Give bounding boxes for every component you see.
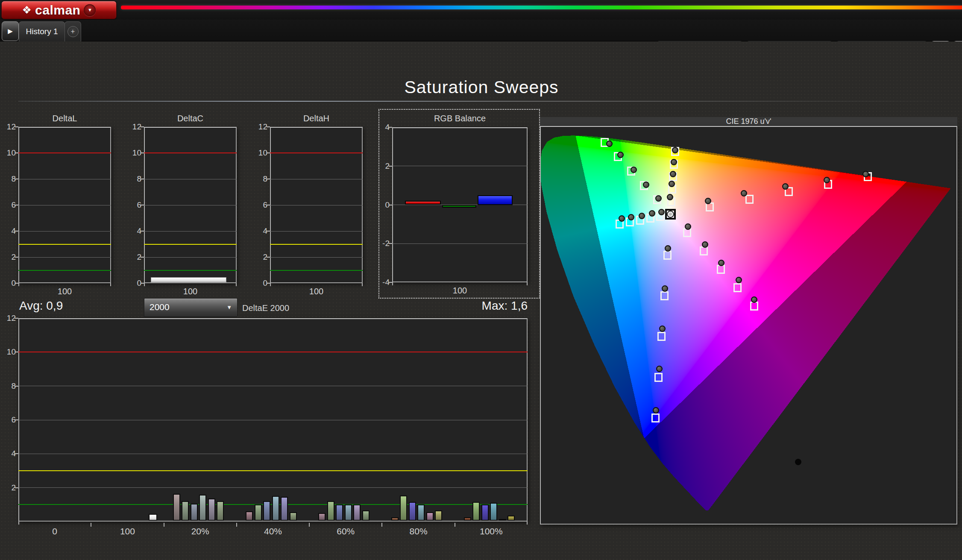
deltae-bar-60%-green (327, 501, 334, 521)
deltae-bar-40%-blue (263, 501, 270, 521)
y-axis-tick (141, 231, 144, 232)
cie-target-magenta-80 (733, 283, 742, 292)
ref-line-yellow (270, 244, 363, 245)
add-tab-button[interactable]: + (65, 21, 81, 41)
deltae-bar-80%-cyan (417, 504, 425, 521)
y-axis-tick (141, 205, 144, 205)
ref-line-green (270, 270, 363, 271)
gridline (18, 257, 111, 258)
y-axis-label: 12 (124, 122, 141, 132)
y-axis-label: 10 (0, 148, 16, 158)
deltae-x-label: 100% (480, 526, 503, 537)
y-axis-label: 6 (0, 200, 16, 210)
deltae-bar-80%-magenta (426, 512, 434, 521)
deltae-bar-20%-magenta (208, 498, 215, 521)
y-axis-label: 4 (372, 123, 390, 132)
cie-target-magenta-40 (700, 246, 708, 255)
gridline (18, 205, 111, 205)
logo-text: calman (35, 3, 80, 18)
deltae-x-label: 20% (191, 526, 209, 537)
plus-icon: + (67, 26, 79, 37)
gridline (270, 179, 363, 179)
y-axis-label: 8 (0, 381, 16, 391)
tab-bar: ▶ History 1 + Simulated Meter Simulated … (0, 20, 962, 41)
cie-target-blue-80 (654, 373, 663, 382)
y-axis-tick (15, 487, 18, 488)
y-axis-label: 4 (250, 226, 267, 236)
deltae-x-tick (381, 523, 382, 527)
ref-line-green (18, 270, 111, 271)
deltae-bar-100%-red (464, 517, 471, 521)
deltae-x-tick (455, 523, 455, 527)
deltae-x-label: 100 (120, 526, 135, 537)
y-axis-tick (141, 179, 144, 179)
deltae-bar-60%-red (318, 513, 326, 521)
gridline (144, 179, 237, 179)
deltae-bar-white (149, 514, 157, 521)
ref-line-yellow (18, 470, 528, 471)
x-axis-tick (270, 283, 271, 286)
x-axis-label: 100 (453, 286, 467, 296)
deltae-bar-20%-green (182, 501, 189, 521)
deltae-bar-20%-cyan (199, 495, 206, 521)
y-axis-tick (141, 283, 144, 284)
y-axis-label: 6 (250, 200, 267, 210)
y-axis-label: 2 (372, 161, 390, 171)
deltae-bar-40%-cyan (272, 496, 279, 521)
y-axis-label: 0 (124, 279, 141, 288)
deltae-bar-20%-red (173, 494, 180, 521)
x-axis-tick (144, 283, 145, 286)
y-axis-label: 6 (0, 415, 16, 425)
y-axis-tick (141, 257, 144, 258)
deltae-bar-40%-red (246, 511, 253, 521)
spectrum-color-strip (121, 6, 962, 9)
deltae-bar-60%-cyan (345, 504, 352, 521)
cie-measured-blue-100 (653, 407, 659, 413)
y-axis-label: 12 (0, 314, 16, 323)
deltae-formula-dropdown[interactable]: 2000 ▼ (144, 298, 238, 317)
y-axis-label: 8 (250, 174, 267, 184)
y-axis-tick (267, 152, 270, 153)
deltac-bar (151, 277, 226, 282)
cie-target-magenta-60 (717, 265, 725, 274)
y-axis-tick (141, 126, 144, 127)
cie-1976-diagram[interactable] (540, 126, 957, 525)
y-axis-label: 2 (250, 252, 267, 262)
y-axis-tick (15, 318, 18, 319)
y-axis-label: 10 (250, 148, 267, 158)
deltae-bar-20%-yellow (217, 501, 224, 521)
cie-target-magenta-100 (750, 302, 758, 311)
gridline (392, 166, 528, 166)
gridline (18, 454, 528, 454)
avg-deltae-value: Avg: 0,9 (19, 299, 63, 313)
deltae-bar-100%-cyan (490, 503, 497, 521)
y-axis-tick (15, 386, 18, 387)
y-axis-tick (389, 243, 392, 244)
deltae-bar-100%-blue (481, 504, 489, 521)
x-axis-tick (527, 522, 528, 525)
cie-measured-blue-80 (656, 366, 663, 372)
y-axis-label: 12 (250, 122, 267, 132)
cie-measured-magenta-100 (751, 296, 757, 303)
deltae-formula-value: 2000 (150, 302, 170, 312)
tab-scroll-button[interactable]: ▶ (2, 21, 19, 41)
deltae-bar-60%-yellow (362, 510, 370, 521)
ref-line-yellow (144, 244, 237, 245)
gridline (144, 231, 237, 232)
gridline (144, 257, 237, 258)
deltae-chart-label: DeltaE 2000 (242, 303, 289, 313)
deltae-bar-60%-magenta (353, 504, 361, 521)
calman-logo-button[interactable]: ❖ calman ▼ (1, 1, 117, 19)
x-axis-tick (18, 283, 19, 286)
x-axis-tick (18, 522, 19, 525)
x-axis-tick (362, 283, 363, 286)
rgb-balance-bar-red (405, 201, 441, 205)
logo-menu-dropdown-button[interactable]: ▼ (84, 4, 96, 16)
page-title: Saturation Sweeps (404, 77, 558, 97)
tab-history-1[interactable]: History 1 (19, 21, 65, 41)
deltae-bar-40%-magenta (281, 497, 288, 521)
y-axis-label: 2 (0, 252, 16, 262)
y-axis-label: 4 (0, 226, 16, 236)
deltae-x-tick (164, 523, 164, 527)
deltae-bar-100%-magenta (499, 519, 506, 521)
